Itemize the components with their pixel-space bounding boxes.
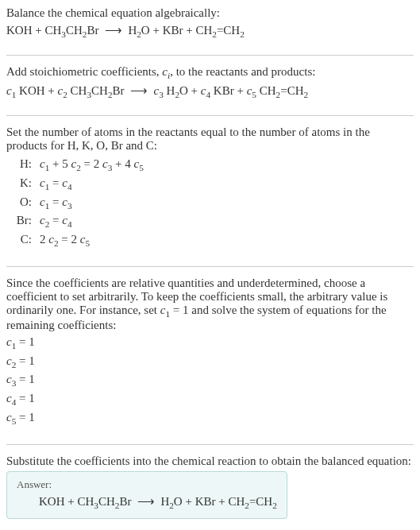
balance-label: O: (10, 194, 32, 211)
balance-equation: c2 = c4 (40, 212, 72, 231)
balance-label: H: (10, 156, 32, 172)
divider (6, 115, 414, 116)
section-title: Set the number of atoms in the reactants… (6, 126, 414, 153)
divider (6, 444, 414, 445)
answer-label: Answer: (17, 478, 277, 491)
section-stoich: Add stoichiometric coefficients, ci, to … (6, 65, 414, 116)
divider (6, 266, 414, 267)
balanced-equation: KOH + CH3CH2Br ⟶ H2O + KBr + CH2=CH2 (17, 494, 277, 510)
balance-equation: c1 + 5 c2 = 2 c3 + 4 c5 (40, 156, 144, 175)
section-title: Balance the chemical equation algebraica… (6, 6, 414, 20)
divider (6, 55, 414, 56)
balance-label: C: (10, 231, 32, 248)
balance-table: H: c1 + 5 c2 = 2 c3 + 4 c5 K: c1 = c4 O:… (10, 156, 414, 250)
section-answer: Substitute the coefficients into the che… (6, 455, 414, 519)
balance-row: O: c1 = c3 (10, 194, 414, 213)
coefficient-value: c2 = 1 (6, 353, 414, 372)
balance-equation: c1 = c4 (40, 175, 72, 194)
balance-row: C: 2 c2 = 2 c5 (10, 231, 414, 250)
balance-equation: c1 = c3 (40, 194, 72, 213)
equation-unbalanced: KOH + CH3CH2Br ⟶ H2O + KBr + CH2=CH2 (6, 23, 414, 39)
section-solve: Since the coefficients are relative quan… (6, 277, 414, 445)
coefficient-value: c5 = 1 (6, 409, 414, 428)
balance-row: Br: c2 = c4 (10, 212, 414, 231)
coefficient-value: c3 = 1 (6, 371, 414, 390)
coefficient-value: c4 = 1 (6, 390, 414, 409)
balance-row: K: c1 = c4 (10, 175, 414, 194)
section-title: Since the coefficients are relative quan… (6, 277, 414, 332)
balance-label: Br: (10, 212, 32, 229)
equation-with-coeffs: c1 KOH + c2 CH3CH2Br ⟶ c3 H2O + c4 KBr +… (6, 83, 414, 99)
coefficient-value: c1 = 1 (6, 334, 414, 353)
answer-box: Answer: KOH + CH3CH2Br ⟶ H2O + KBr + CH2… (6, 471, 287, 519)
balance-label: K: (10, 175, 32, 191)
section-title: Add stoichiometric coefficients, ci, to … (6, 65, 414, 80)
coefficient-list: c1 = 1 c2 = 1 c3 = 1 c4 = 1 c5 = 1 (6, 334, 414, 428)
balance-row: H: c1 + 5 c2 = 2 c3 + 4 c5 (10, 156, 414, 175)
section-atom-balance: Set the number of atoms in the reactants… (6, 126, 414, 267)
balance-equation: 2 c2 = 2 c5 (40, 231, 90, 250)
section-balance: Balance the chemical equation algebraica… (6, 6, 414, 56)
section-title: Substitute the coefficients into the che… (6, 455, 414, 468)
